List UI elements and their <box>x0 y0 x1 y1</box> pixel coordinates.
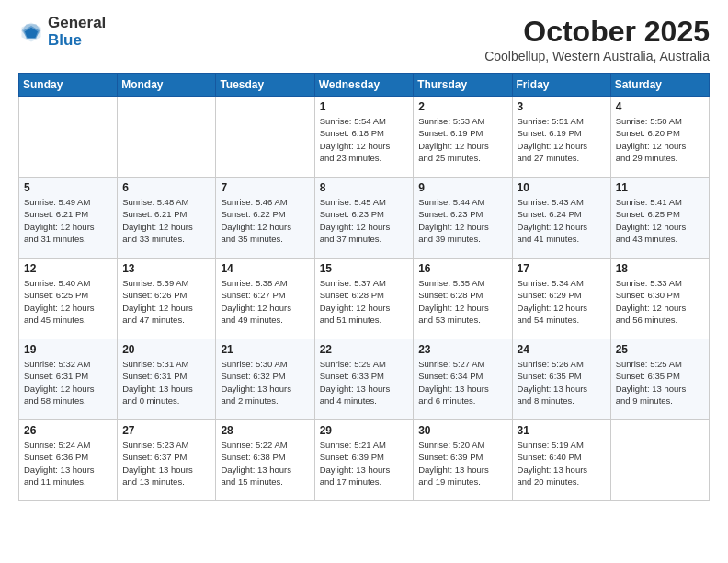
day-detail: Sunrise: 5:46 AM Sunset: 6:22 PM Dayligh… <box>221 196 309 245</box>
calendar-cell: 11Sunrise: 5:41 AM Sunset: 6:25 PM Dayli… <box>610 178 709 259</box>
day-detail: Sunrise: 5:44 AM Sunset: 6:23 PM Dayligh… <box>418 196 506 245</box>
calendar-cell: 10Sunrise: 5:43 AM Sunset: 6:24 PM Dayli… <box>512 178 610 259</box>
day-detail: Sunrise: 5:26 AM Sunset: 6:35 PM Dayligh… <box>518 358 606 407</box>
calendar-cell <box>610 420 709 501</box>
calendar-cell: 15Sunrise: 5:37 AM Sunset: 6:28 PM Dayli… <box>314 259 414 339</box>
day-number: 27 <box>122 424 210 437</box>
day-number: 11 <box>616 181 704 194</box>
calendar-cell <box>19 97 118 178</box>
day-number: 15 <box>320 262 409 275</box>
calendar-cell: 27Sunrise: 5:23 AM Sunset: 6:37 PM Dayli… <box>118 420 216 501</box>
calendar-cell: 31Sunrise: 5:19 AM Sunset: 6:40 PM Dayli… <box>512 420 610 501</box>
day-detail: Sunrise: 5:20 AM Sunset: 6:39 PM Dayligh… <box>418 439 506 488</box>
day-number: 25 <box>616 343 704 356</box>
day-number: 22 <box>320 343 409 356</box>
day-number: 18 <box>616 262 704 275</box>
day-detail: Sunrise: 5:22 AM Sunset: 6:38 PM Dayligh… <box>221 439 309 488</box>
logo: General Blue <box>18 15 106 49</box>
day-detail: Sunrise: 5:38 AM Sunset: 6:27 PM Dayligh… <box>221 277 309 326</box>
calendar-cell: 22Sunrise: 5:29 AM Sunset: 6:33 PM Dayli… <box>314 339 414 420</box>
day-number: 2 <box>418 100 506 113</box>
day-detail: Sunrise: 5:53 AM Sunset: 6:19 PM Dayligh… <box>418 115 506 164</box>
calendar-cell: 28Sunrise: 5:22 AM Sunset: 6:38 PM Dayli… <box>216 420 314 501</box>
day-number: 4 <box>616 100 704 113</box>
day-detail: Sunrise: 5:41 AM Sunset: 6:25 PM Dayligh… <box>616 196 704 245</box>
logo-blue: Blue <box>48 32 106 50</box>
calendar-cell <box>216 97 314 178</box>
day-detail: Sunrise: 5:29 AM Sunset: 6:33 PM Dayligh… <box>320 358 409 407</box>
calendar-week-2: 5Sunrise: 5:49 AM Sunset: 6:21 PM Daylig… <box>19 178 710 259</box>
day-number: 24 <box>518 343 606 356</box>
calendar-week-5: 26Sunrise: 5:24 AM Sunset: 6:36 PM Dayli… <box>19 420 710 501</box>
calendar-cell <box>118 97 216 178</box>
day-detail: Sunrise: 5:21 AM Sunset: 6:39 PM Dayligh… <box>320 439 409 488</box>
calendar-cell: 1Sunrise: 5:54 AM Sunset: 6:18 PM Daylig… <box>314 97 414 178</box>
day-detail: Sunrise: 5:30 AM Sunset: 6:32 PM Dayligh… <box>221 358 309 407</box>
day-number: 20 <box>122 343 210 356</box>
day-detail: Sunrise: 5:50 AM Sunset: 6:20 PM Dayligh… <box>616 115 704 164</box>
calendar-cell: 6Sunrise: 5:48 AM Sunset: 6:21 PM Daylig… <box>118 178 216 259</box>
day-detail: Sunrise: 5:23 AM Sunset: 6:37 PM Dayligh… <box>122 439 210 488</box>
location-label: Coolbellup, Western Australia, Australia <box>484 49 710 63</box>
day-detail: Sunrise: 5:24 AM Sunset: 6:36 PM Dayligh… <box>24 439 112 488</box>
day-detail: Sunrise: 5:19 AM Sunset: 6:40 PM Dayligh… <box>518 439 606 488</box>
title-block: October 2025 Coolbellup, Western Austral… <box>484 15 710 63</box>
calendar-cell: 19Sunrise: 5:32 AM Sunset: 6:31 PM Dayli… <box>19 339 118 420</box>
page-header: General Blue October 2025 Coolbellup, We… <box>18 15 710 63</box>
weekday-header-saturday: Saturday <box>610 74 709 97</box>
calendar-week-3: 12Sunrise: 5:40 AM Sunset: 6:25 PM Dayli… <box>19 259 710 339</box>
day-number: 26 <box>24 424 112 437</box>
day-detail: Sunrise: 5:37 AM Sunset: 6:28 PM Dayligh… <box>320 277 409 326</box>
calendar-cell: 9Sunrise: 5:44 AM Sunset: 6:23 PM Daylig… <box>414 178 512 259</box>
day-number: 12 <box>24 262 112 275</box>
calendar-cell: 8Sunrise: 5:45 AM Sunset: 6:23 PM Daylig… <box>314 178 414 259</box>
day-detail: Sunrise: 5:33 AM Sunset: 6:30 PM Dayligh… <box>616 277 704 326</box>
weekday-header-thursday: Thursday <box>414 74 512 97</box>
calendar-week-1: 1Sunrise: 5:54 AM Sunset: 6:18 PM Daylig… <box>19 97 710 178</box>
calendar-cell: 2Sunrise: 5:53 AM Sunset: 6:19 PM Daylig… <box>414 97 512 178</box>
day-detail: Sunrise: 5:39 AM Sunset: 6:26 PM Dayligh… <box>122 277 210 326</box>
day-detail: Sunrise: 5:51 AM Sunset: 6:19 PM Dayligh… <box>518 115 606 164</box>
month-title: October 2025 <box>484 15 710 49</box>
weekday-header-monday: Monday <box>118 74 216 97</box>
logo-text: General Blue <box>48 15 106 49</box>
calendar-cell: 25Sunrise: 5:25 AM Sunset: 6:35 PM Dayli… <box>610 339 709 420</box>
day-detail: Sunrise: 5:40 AM Sunset: 6:25 PM Dayligh… <box>24 277 112 326</box>
day-detail: Sunrise: 5:48 AM Sunset: 6:21 PM Dayligh… <box>122 196 210 245</box>
calendar-cell: 30Sunrise: 5:20 AM Sunset: 6:39 PM Dayli… <box>414 420 512 501</box>
day-number: 7 <box>221 181 309 194</box>
calendar-cell: 20Sunrise: 5:31 AM Sunset: 6:31 PM Dayli… <box>118 339 216 420</box>
day-number: 21 <box>221 343 309 356</box>
day-number: 23 <box>418 343 506 356</box>
day-detail: Sunrise: 5:32 AM Sunset: 6:31 PM Dayligh… <box>24 358 112 407</box>
day-number: 16 <box>418 262 506 275</box>
logo-icon <box>18 19 44 45</box>
day-number: 29 <box>320 424 409 437</box>
day-number: 14 <box>221 262 309 275</box>
calendar-cell: 14Sunrise: 5:38 AM Sunset: 6:27 PM Dayli… <box>216 259 314 339</box>
calendar-cell: 13Sunrise: 5:39 AM Sunset: 6:26 PM Dayli… <box>118 259 216 339</box>
calendar-table: SundayMondayTuesdayWednesdayThursdayFrid… <box>18 73 710 501</box>
day-number: 17 <box>518 262 606 275</box>
day-number: 30 <box>418 424 506 437</box>
logo-general: General <box>48 15 106 32</box>
day-detail: Sunrise: 5:49 AM Sunset: 6:21 PM Dayligh… <box>24 196 112 245</box>
day-number: 10 <box>518 181 606 194</box>
weekday-header-row: SundayMondayTuesdayWednesdayThursdayFrid… <box>19 74 710 97</box>
day-number: 8 <box>320 181 409 194</box>
calendar-cell: 12Sunrise: 5:40 AM Sunset: 6:25 PM Dayli… <box>19 259 118 339</box>
calendar-week-4: 19Sunrise: 5:32 AM Sunset: 6:31 PM Dayli… <box>19 339 710 420</box>
day-detail: Sunrise: 5:31 AM Sunset: 6:31 PM Dayligh… <box>122 358 210 407</box>
day-number: 3 <box>518 100 606 113</box>
day-number: 13 <box>122 262 210 275</box>
calendar-cell: 29Sunrise: 5:21 AM Sunset: 6:39 PM Dayli… <box>314 420 414 501</box>
weekday-header-tuesday: Tuesday <box>216 74 314 97</box>
weekday-header-wednesday: Wednesday <box>314 74 414 97</box>
day-number: 6 <box>122 181 210 194</box>
day-number: 9 <box>418 181 506 194</box>
day-number: 28 <box>221 424 309 437</box>
day-detail: Sunrise: 5:45 AM Sunset: 6:23 PM Dayligh… <box>320 196 409 245</box>
day-number: 1 <box>320 100 409 113</box>
calendar-cell: 17Sunrise: 5:34 AM Sunset: 6:29 PM Dayli… <box>512 259 610 339</box>
calendar-cell: 21Sunrise: 5:30 AM Sunset: 6:32 PM Dayli… <box>216 339 314 420</box>
